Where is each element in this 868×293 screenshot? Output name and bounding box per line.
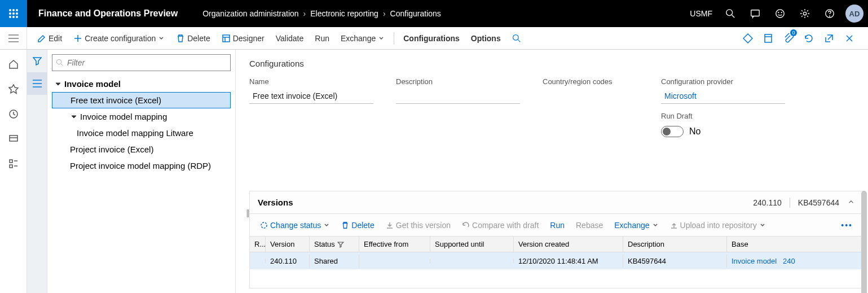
rundraft-toggle[interactable] [661,126,684,137]
action-bar: Edit Create configuration Delete Designe… [27,27,868,49]
modules-icon[interactable] [2,154,25,174]
gear-icon[interactable] [794,0,816,27]
help-icon[interactable] [818,0,841,27]
cell-created: 12/10/2020 11:48:41 AM [514,255,623,268]
versions-panel: Versions 240.110 KB4597644 Change status… [249,191,863,288]
col-effective[interactable]: Effective from [359,237,430,252]
svg-point-1 [12,9,15,11]
svg-point-13 [778,12,779,13]
tree-item-litware[interactable]: Invoice model mapping Litware [52,125,231,141]
rebase-button: Rebase [571,221,607,230]
name-field[interactable]: Free text invoice (Excel) [249,89,373,104]
country-field [543,89,638,104]
attachments-icon[interactable] [779,27,798,50]
tree-item-invoice-model-mapping[interactable]: Invoice model mapping [52,108,231,125]
crumb-org-admin[interactable]: Organization administration [202,9,298,18]
cell-description: KB4597644 [623,255,727,268]
more-icon[interactable]: ••• [836,221,857,230]
versions-summary-kb: KB4597644 [798,198,839,207]
run-button[interactable]: Run [309,27,335,50]
breadcrumb: Organization administration › Electronic… [202,9,441,18]
configurations-menu[interactable]: Configurations [398,27,465,50]
home-icon[interactable] [2,54,25,75]
cell-version: 240.110 [266,255,310,268]
compare-draft-button: Compare with draft [457,221,543,230]
col-version[interactable]: Version [266,237,310,252]
svg-point-5 [16,12,18,15]
exchange-button[interactable]: Exchange [335,27,390,50]
app-title: Finance and Operations Preview [27,8,189,19]
svg-point-17 [830,16,830,16]
rundraft-value: No [689,126,700,137]
star-icon[interactable] [2,79,25,99]
svg-point-0 [9,9,11,11]
refresh-icon[interactable] [799,27,818,50]
col-r[interactable]: R... [250,237,266,252]
diamond-icon[interactable] [738,27,757,50]
provider-label: Configuration provider [661,77,785,86]
versions-summary-version: 240.110 [753,198,782,207]
close-icon[interactable] [840,27,859,50]
open-excel-icon[interactable] [759,27,778,50]
tree-filter-input[interactable] [67,58,227,67]
svg-point-15 [803,12,806,15]
workspace-icon[interactable] [2,129,25,149]
col-status[interactable]: Status [310,237,359,252]
cell-status: Shared [310,255,359,268]
delete-button[interactable]: Delete [170,27,215,50]
change-status-button[interactable]: Change status [255,221,334,230]
collapse-icon[interactable] [54,81,62,87]
col-description[interactable]: Description [623,237,727,252]
detail-pane: Configurations Name Free text invoice (E… [236,50,868,293]
table-row[interactable]: 240.110 Shared 12/10/2020 11:48:41 AM KB… [250,252,863,269]
filter-icon[interactable] [27,50,47,72]
recent-icon[interactable] [2,104,25,124]
crumb-er[interactable]: Electronic reporting [310,9,378,18]
scrollbar[interactable] [861,191,867,293]
version-delete-button[interactable]: Delete [337,221,378,230]
tree-item-project-invoice-rdp[interactable]: Project invoice model mapping (RDP) [52,158,231,174]
svg-rect-31 [10,160,12,163]
options-menu[interactable]: Options [465,27,506,50]
avatar[interactable]: AD [845,5,863,23]
col-base[interactable]: Base [727,237,863,252]
validate-button[interactable]: Validate [270,27,310,50]
get-version-button: Get this version [381,221,455,230]
nav-toggle-icon[interactable] [0,27,27,49]
chevron-right-icon: › [303,9,306,18]
version-run-button[interactable]: Run [545,221,569,230]
create-configuration-button[interactable]: Create configuration [68,27,170,50]
search-icon[interactable] [719,0,742,27]
description-field[interactable] [396,89,520,104]
edit-button[interactable]: Edit [32,27,68,50]
svg-point-4 [12,12,15,15]
provider-field[interactable]: Microsoft [661,89,785,104]
version-exchange-button[interactable]: Exchange [610,221,663,230]
col-supported[interactable]: Supported until [430,237,514,252]
find-button[interactable] [506,27,527,50]
chevron-up-icon[interactable] [847,198,855,207]
separator [394,32,394,45]
list-icon[interactable] [27,72,47,95]
tree-filter[interactable] [52,54,231,71]
svg-line-25 [518,40,520,42]
popout-icon[interactable] [819,27,839,50]
tree-root[interactable]: Invoice model [52,76,231,92]
designer-button[interactable]: Designer [216,27,270,50]
svg-point-9 [726,10,733,16]
tree-item-free-text-invoice[interactable]: Free text invoice (Excel) [52,92,231,108]
top-bar: Finance and Operations Preview Organizat… [0,0,868,27]
collapse-icon[interactable] [70,114,78,120]
cell-r [250,259,266,263]
smile-icon[interactable] [769,0,791,27]
tree-item-project-invoice[interactable]: Project invoice (Excel) [52,141,231,158]
company-label[interactable]: USMF [685,9,717,18]
svg-point-40 [261,222,267,228]
crumb-configurations[interactable]: Configurations [390,9,441,18]
cell-supported [430,259,514,263]
col-created[interactable]: Version created [514,237,623,252]
app-launcher-icon[interactable] [0,0,27,27]
chat-icon[interactable] [744,0,766,27]
svg-point-14 [781,12,782,13]
cell-effective [359,259,430,263]
